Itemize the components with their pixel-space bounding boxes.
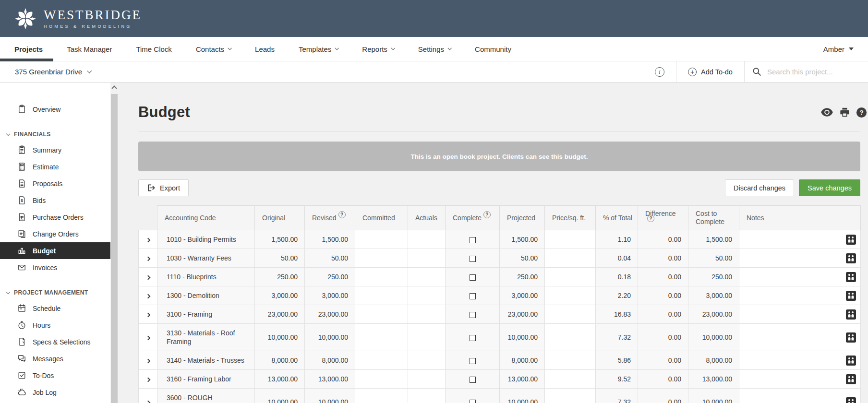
cell-committed[interactable] xyxy=(355,370,408,389)
cell-committed[interactable] xyxy=(355,249,408,268)
notes-cell[interactable] xyxy=(739,230,861,249)
help-icon[interactable]: ? xyxy=(856,107,867,118)
user-menu[interactable]: Amber xyxy=(823,45,854,53)
sidebar-item-purchase-orders[interactable]: Purchase Orders xyxy=(0,209,110,225)
cell-committed[interactable] xyxy=(355,389,408,403)
nav-item-task-manager[interactable]: Task Manager xyxy=(67,37,112,61)
complete-checkbox[interactable] xyxy=(470,358,476,364)
notes-cell[interactable] xyxy=(739,324,861,351)
cell-actuals[interactable] xyxy=(408,389,446,403)
complete-checkbox[interactable] xyxy=(470,293,476,299)
people-icon[interactable] xyxy=(846,397,856,403)
cell-actuals[interactable] xyxy=(408,305,446,324)
scroll-up-icon[interactable] xyxy=(111,85,117,91)
row-expander[interactable] xyxy=(139,286,157,305)
sidebar-item-specs-selections[interactable]: Specs & Selections xyxy=(0,333,110,350)
people-icon[interactable] xyxy=(846,374,856,384)
nav-item-templates[interactable]: Templates xyxy=(299,37,338,61)
people-icon[interactable] xyxy=(846,309,856,320)
complete-checkbox[interactable] xyxy=(470,335,476,341)
sidebar-item-hours[interactable]: Hours xyxy=(0,317,110,333)
row-expander[interactable] xyxy=(139,370,157,389)
notes-cell[interactable] xyxy=(739,249,861,268)
sidebar-item-bids[interactable]: $Bids xyxy=(0,192,110,209)
cell-actuals[interactable] xyxy=(408,286,446,305)
nav-item-projects[interactable]: Projects xyxy=(14,37,43,61)
sidebar-item-proposals[interactable]: Proposals xyxy=(0,175,110,192)
cell-price_sqft[interactable] xyxy=(545,286,596,305)
save-changes-button[interactable]: Save changes xyxy=(799,179,860,196)
add-todo-button[interactable]: + Add To-do xyxy=(676,61,744,82)
cell-price_sqft[interactable] xyxy=(545,324,596,351)
cell-price_sqft[interactable] xyxy=(545,389,596,403)
cell-price_sqft[interactable] xyxy=(545,230,596,249)
cell-price_sqft[interactable] xyxy=(545,249,596,268)
row-expander[interactable] xyxy=(139,249,157,268)
row-expander[interactable] xyxy=(139,324,157,351)
scrollbar-thumb[interactable] xyxy=(111,94,118,403)
sidebar-item-change-orders[interactable]: Change Orders xyxy=(0,225,110,242)
cell-committed[interactable] xyxy=(355,305,408,324)
cell-committed[interactable] xyxy=(355,351,408,370)
visibility-icon[interactable] xyxy=(820,107,833,117)
cell-price_sqft[interactable] xyxy=(545,305,596,324)
sidebar-item-schedule[interactable]: Schedule xyxy=(0,300,110,317)
sidebar-item-messages[interactable]: Messages xyxy=(0,350,110,367)
sidebar-item-invoices[interactable]: Invoices xyxy=(0,259,110,276)
row-expander[interactable] xyxy=(139,389,157,403)
sidebar-item-overview[interactable]: Overview xyxy=(0,101,110,118)
cell-committed[interactable] xyxy=(355,230,408,249)
sidebar-section-project-management[interactable]: PROJECT MANAGEMENT xyxy=(0,285,110,300)
sidebar-section-financials[interactable]: FINANCIALS xyxy=(0,127,110,142)
row-expander[interactable] xyxy=(139,230,157,249)
column-help-icon[interactable]: ? xyxy=(483,211,491,218)
export-button[interactable]: Export xyxy=(138,179,189,196)
notes-cell[interactable] xyxy=(739,351,861,370)
notes-cell[interactable] xyxy=(739,286,861,305)
row-expander[interactable] xyxy=(139,268,157,286)
cell-price_sqft[interactable] xyxy=(545,268,596,286)
complete-checkbox[interactable] xyxy=(470,377,476,383)
people-icon[interactable] xyxy=(846,235,856,245)
people-icon[interactable] xyxy=(846,356,856,366)
cell-price_sqft[interactable] xyxy=(545,351,596,370)
cell-actuals[interactable] xyxy=(408,268,446,286)
sidebar-item-budget[interactable]: Budget xyxy=(0,242,110,259)
row-expander[interactable] xyxy=(139,351,157,370)
sidebar-item-estimate[interactable]: Estimate xyxy=(0,158,110,175)
print-icon[interactable] xyxy=(839,107,850,118)
complete-checkbox[interactable] xyxy=(470,274,476,281)
cell-actuals[interactable] xyxy=(408,351,446,370)
complete-checkbox[interactable] xyxy=(470,312,476,318)
notes-cell[interactable] xyxy=(739,389,861,403)
brand-logo[interactable]: WESTBRIDGE HOMES & REMODELING xyxy=(14,8,142,30)
complete-checkbox[interactable] xyxy=(470,256,476,262)
project-info-button[interactable]: i xyxy=(643,61,676,82)
complete-checkbox[interactable] xyxy=(470,237,476,243)
column-help-icon[interactable]: ? xyxy=(647,215,654,222)
cell-actuals[interactable] xyxy=(408,370,446,389)
sidebar-item-summary[interactable]: Summary xyxy=(0,142,110,158)
nav-item-reports[interactable]: Reports xyxy=(362,37,394,61)
people-icon[interactable] xyxy=(846,272,856,282)
project-selector[interactable]: 375 Greenbriar Drive xyxy=(0,61,91,82)
row-expander[interactable] xyxy=(139,305,157,324)
cell-price_sqft[interactable] xyxy=(545,370,596,389)
column-help-icon[interactable]: ? xyxy=(338,211,346,218)
nav-item-settings[interactable]: Settings xyxy=(418,37,451,61)
notes-cell[interactable] xyxy=(739,370,861,389)
cell-actuals[interactable] xyxy=(408,230,446,249)
project-search[interactable] xyxy=(744,61,868,82)
sidebar-item-job-log[interactable]: Job Log xyxy=(0,384,110,401)
sidebar-scrollbar[interactable] xyxy=(110,83,118,403)
people-icon[interactable] xyxy=(846,253,856,263)
nav-item-contacts[interactable]: Contacts xyxy=(196,37,231,61)
complete-checkbox[interactable] xyxy=(470,400,476,403)
nav-item-leads[interactable]: Leads xyxy=(255,37,275,61)
cell-committed[interactable] xyxy=(355,286,408,305)
cell-actuals[interactable] xyxy=(408,324,446,351)
search-input[interactable] xyxy=(766,67,860,76)
discard-changes-button[interactable]: Discard changes xyxy=(725,179,794,196)
sidebar-item-to-dos[interactable]: To-Dos xyxy=(0,367,110,384)
people-icon[interactable] xyxy=(846,291,856,301)
